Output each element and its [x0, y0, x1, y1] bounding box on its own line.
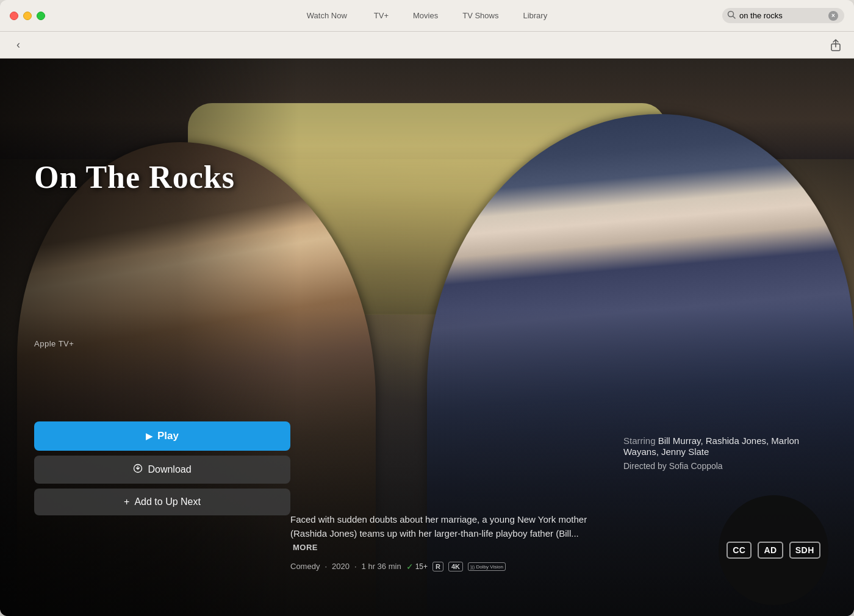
more-link[interactable]: MORE — [293, 543, 318, 552]
back-button[interactable]: ‹ — [10, 37, 27, 54]
tab-movies[interactable]: Movies — [401, 7, 450, 24]
age-rating: ✓ 15+ — [406, 562, 428, 571]
download-icon — [133, 464, 143, 476]
titlebar: Watch Now TV+ Movies TV Shows Library × — [0, 0, 854, 32]
search-icon — [727, 10, 736, 21]
nav-tabs: Watch Now TV+ Movies TV Shows Library — [295, 7, 559, 24]
duration-label: 1 hr 36 min — [362, 562, 401, 571]
movie-description: Faced with sudden doubts about her marri… — [290, 513, 589, 554]
check-icon: ✓ — [406, 562, 414, 571]
traffic-lights — [10, 12, 45, 20]
play-button[interactable]: ▶ Play — [34, 421, 290, 451]
dot-separator-2: · — [354, 562, 357, 571]
search-clear-button[interactable]: × — [828, 11, 838, 21]
provider-badge: Apple TV+ — [34, 339, 74, 348]
tab-tv-shows[interactable]: TV Shows — [450, 7, 511, 24]
movie-meta: Comedy · 2020 · 1 hr 36 min ✓ 15+ R 4K )… — [290, 562, 589, 571]
share-button[interactable] — [827, 37, 844, 54]
svg-line-1 — [733, 16, 736, 19]
overlay-left — [0, 59, 299, 616]
4k-badge: 4K — [448, 562, 463, 571]
play-icon: ▶ — [146, 431, 152, 441]
tab-library[interactable]: Library — [511, 7, 559, 24]
director-label: Directed by — [623, 461, 667, 471]
movie-info: Faced with sudden doubts about her marri… — [290, 513, 589, 571]
close-button[interactable] — [10, 12, 18, 20]
director-info: Directed by Sofia Coppola — [623, 461, 811, 471]
plus-icon: + — [124, 496, 129, 507]
search-input[interactable] — [739, 11, 825, 20]
dot-separator: · — [325, 562, 327, 571]
r-badge: R — [432, 562, 443, 571]
subnav: ‹ — [0, 32, 854, 59]
search-bar[interactable]: × — [722, 8, 844, 23]
director-name: Sofia Coppola — [669, 461, 723, 471]
maximize-button[interactable] — [37, 12, 45, 20]
cc-badge: CC — [727, 542, 752, 559]
genre-label: Comedy — [290, 562, 320, 571]
movie-title: On The Rocks — [34, 159, 235, 196]
starring-section: Starring Bill Murray, Rashida Jones, Mar… — [623, 435, 811, 471]
year-label: 2020 — [332, 562, 350, 571]
accessibility-circle: CC AD SDH — [719, 495, 828, 605]
sdh-badge: SDH — [789, 542, 820, 559]
tab-watch-now[interactable]: Watch Now — [295, 7, 359, 24]
add-to-up-next-button[interactable]: + Add to Up Next — [34, 489, 290, 515]
starring-label: Starring — [623, 435, 658, 446]
tab-apple-tv-plus[interactable]: TV+ — [359, 7, 401, 24]
dolby-badge: ))) Dolby Vision — [468, 562, 506, 571]
download-button[interactable]: Download — [34, 456, 290, 484]
minimize-button[interactable] — [23, 12, 32, 20]
ad-badge: AD — [758, 542, 783, 559]
main-content: On The Rocks Apple TV+ ▶ Play Download +… — [0, 59, 854, 616]
action-buttons: ▶ Play Download + Add to Up Next — [34, 421, 290, 515]
